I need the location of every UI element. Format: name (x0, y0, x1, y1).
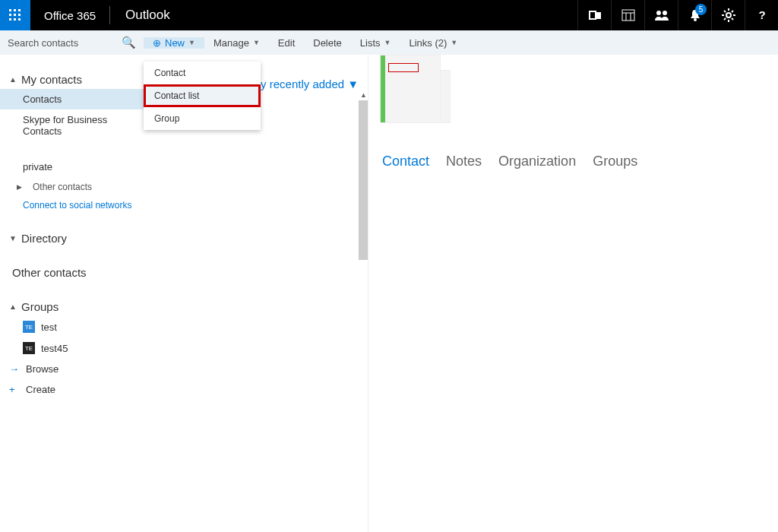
main-shell: Search contacts 🔍 ▲ My contacts Contacts… (0, 30, 778, 532)
svg-rect-7 (14, 18, 16, 21)
sidebar-item-label: Skype for Business Contacts (23, 114, 134, 137)
tab-groups[interactable]: Groups (593, 154, 637, 169)
chevron-up-icon: ▲ (9, 75, 17, 84)
edit-button[interactable]: Edit (269, 30, 304, 55)
svg-line-27 (732, 11, 733, 12)
groups-create-link[interactable]: + Create (0, 379, 144, 400)
group-item-test45[interactable]: TE test45 (0, 337, 144, 359)
new-label: New (165, 37, 185, 49)
new-menu-group[interactable]: Group (144, 107, 261, 130)
svg-rect-6 (9, 18, 11, 21)
thumbnail-accent (381, 55, 385, 122)
chevron-down-icon: ▼ (253, 39, 260, 46)
search-placeholder: Search contacts (8, 37, 78, 49)
people-button[interactable] (644, 0, 678, 30)
chevron-down-icon: ▼ (451, 39, 457, 46)
svg-line-26 (724, 18, 726, 20)
preview-thumbnail (380, 55, 441, 123)
manage-button[interactable]: Manage ▼ (204, 30, 269, 55)
notifications-button[interactable]: 5 (678, 0, 711, 30)
svg-rect-12 (622, 10, 634, 21)
topbar-spacer (185, 0, 577, 30)
plus-circle-icon: ⊕ (153, 37, 161, 49)
scrollbar[interactable] (359, 100, 368, 260)
links-button[interactable]: Links (2) ▼ (400, 30, 466, 55)
chevron-down-icon: ▼ (9, 234, 17, 242)
help-icon: ? (755, 8, 769, 22)
delete-button[interactable]: Delete (304, 30, 351, 55)
groups-browse-link[interactable]: → Browse (0, 359, 144, 379)
app-launcher-button[interactable] (0, 0, 30, 30)
sort-dropdown[interactable]: By recently added ▼ (253, 78, 359, 90)
groups-section: ▲ Groups TE test TE test45 → Browse + Cr… (0, 297, 144, 400)
people-icon (654, 8, 669, 22)
group-item-label: test45 (41, 343, 68, 354)
tab-contact[interactable]: Contact (382, 154, 429, 169)
sidebar-item-label: Contacts (23, 93, 62, 105)
chevron-right-icon: ▶ (17, 183, 22, 191)
thumbnail-highlight (388, 63, 419, 72)
svg-point-18 (694, 18, 697, 21)
search-icon: 🔍 (122, 36, 136, 49)
new-menu-contact-list[interactable]: Contact list (144, 84, 261, 107)
groups-label: Groups (21, 300, 59, 313)
gear-icon (722, 8, 735, 22)
links-label: Links (2) (409, 37, 447, 49)
sidebar-item-contacts[interactable]: Contacts (0, 89, 144, 109)
lists-button[interactable]: Lists ▼ (351, 30, 400, 55)
waffle-icon (9, 9, 21, 21)
other-contacts-header[interactable]: Other contacts (0, 263, 144, 282)
sidebar-item-skype-contacts[interactable]: Skype for Business Contacts (0, 109, 144, 141)
tab-notes[interactable]: Notes (446, 154, 482, 169)
calendar-icon (621, 8, 635, 22)
directory-header[interactable]: ▼ Directory (0, 229, 144, 248)
directory-section: ▼ Directory (0, 229, 144, 248)
new-menu-contact[interactable]: Contact (144, 62, 261, 84)
connect-social-networks-link[interactable]: Connect to social networks (0, 197, 144, 214)
my-contacts-section: ▲ My contacts Contacts Skype for Busines… (0, 70, 144, 214)
group-avatar: TE (23, 342, 35, 354)
svg-rect-1 (14, 9, 16, 11)
notification-count-badge: 5 (695, 4, 707, 15)
svg-rect-11 (596, 12, 601, 19)
new-button[interactable]: ⊕ New ▼ (144, 37, 204, 49)
plus-icon: + (9, 384, 20, 395)
svg-rect-0 (9, 9, 11, 11)
outlook-icon (588, 8, 602, 22)
command-toolbar: ⊕ New ▼ Contact Contact list Group Manag… (144, 30, 778, 55)
svg-rect-2 (18, 9, 21, 11)
help-button[interactable]: ? (745, 0, 778, 30)
my-contacts-header[interactable]: ▲ My contacts (0, 70, 144, 89)
sidebar-item-private[interactable]: private (0, 157, 144, 177)
svg-point-17 (663, 11, 667, 15)
sidebar: Search contacts 🔍 ▲ My contacts Contacts… (0, 30, 144, 532)
search-contacts-input[interactable]: Search contacts 🔍 (0, 30, 144, 55)
outlook-launcher-button[interactable] (577, 0, 611, 30)
chevron-down-icon: ▼ (347, 78, 359, 90)
svg-point-19 (726, 13, 731, 17)
calendar-button[interactable] (611, 0, 644, 30)
global-header: Office 365 Outlook 5 ? (0, 0, 778, 30)
svg-rect-5 (18, 14, 21, 16)
detail-tabs: Contact Notes Organization Groups (382, 154, 764, 169)
tab-organization[interactable]: Organization (498, 154, 576, 169)
main-pane: ⊕ New ▼ Contact Contact list Group Manag… (144, 30, 778, 532)
my-contacts-label: My contacts (21, 73, 82, 86)
group-avatar: TE (23, 321, 35, 333)
contact-detail-column: Contact Notes Organization Groups (368, 55, 778, 532)
other-contacts-section: Other contacts (0, 263, 144, 282)
svg-point-16 (656, 11, 661, 15)
sidebar-item-label: Other contacts (33, 182, 92, 192)
suite-brand[interactable]: Office 365 (30, 0, 109, 30)
groups-header[interactable]: ▲ Groups (0, 297, 144, 316)
other-contacts-label: Other contacts (12, 266, 87, 279)
sidebar-item-other-contacts[interactable]: ▶ Other contacts (0, 177, 144, 197)
settings-button[interactable] (711, 0, 745, 30)
sidebar-item-label: private (23, 161, 52, 173)
app-name[interactable]: Outlook (110, 0, 185, 30)
svg-rect-4 (14, 14, 16, 16)
sort-label: By recently added (253, 78, 344, 90)
group-item-test[interactable]: TE test (0, 316, 144, 337)
groups-create-label: Create (26, 384, 55, 395)
scroll-up-arrow-icon[interactable]: ▲ (360, 91, 367, 99)
